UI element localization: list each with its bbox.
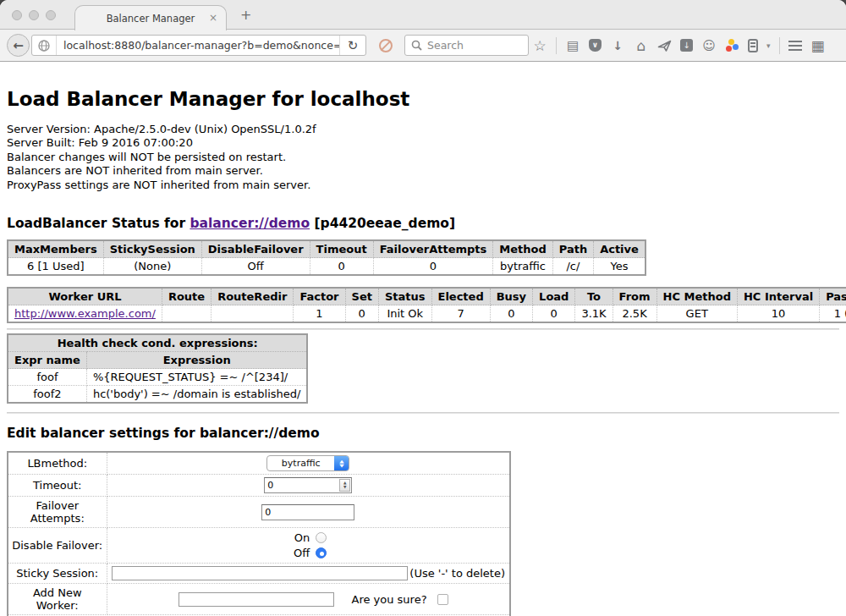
- lbmethod-cell: bytraffic ▲▼: [107, 452, 510, 475]
- balancer-link[interactable]: balancer://demo: [190, 216, 310, 231]
- add-new-worker-input[interactable]: [179, 592, 334, 607]
- data-cell: (None): [103, 258, 201, 276]
- table-header-row: Worker URL Route RouteRedir Factor Set S…: [8, 288, 846, 305]
- select-stepper-icon: ▲▼: [334, 456, 349, 470]
- tab-center-icon[interactable]: [748, 39, 758, 52]
- header-cell: HC Interval: [737, 288, 819, 305]
- data-cell: 0: [310, 258, 373, 276]
- table-row: foof %{REQUEST_STATUS} =~ /^[234]/: [8, 369, 307, 386]
- content-blocked-button[interactable]: [373, 35, 398, 56]
- data-cell: 7: [431, 305, 490, 323]
- number-spinner-icon[interactable]: ▲▼: [339, 479, 350, 492]
- data-cell: [162, 305, 211, 323]
- reading-list-icon[interactable]: ▤: [565, 38, 580, 53]
- balancer-status-table: MaxMembers StickySession DisableFailover…: [7, 239, 646, 276]
- data-cell: 3.1K: [575, 305, 613, 323]
- timeout-cell: ▲▼: [107, 475, 510, 497]
- are-you-sure-label: Are you sure?: [352, 593, 427, 606]
- chevron-down-icon[interactable]: ▾: [766, 41, 771, 50]
- header-cell: Status: [378, 288, 431, 305]
- tab-close-icon[interactable]: ×: [209, 12, 217, 24]
- table-header-row: MaxMembers StickySession DisableFailover…: [8, 240, 645, 258]
- pocket-icon[interactable]: ∨: [589, 39, 602, 52]
- new-tab-button[interactable]: +: [240, 7, 251, 23]
- menu-icon[interactable]: [788, 41, 802, 51]
- table-header-row: Expr name Expression: [8, 352, 307, 369]
- worker-url-cell: http://www.example.com/: [8, 305, 162, 323]
- header-cell: Passes: [820, 288, 846, 305]
- header-cell: Worker URL: [8, 288, 162, 305]
- section-divider: [7, 412, 839, 414]
- data-cell: Yes: [594, 258, 645, 276]
- data-cell: 0: [490, 305, 532, 323]
- search-input[interactable]: Search: [427, 39, 464, 52]
- search-bar[interactable]: Search: [404, 35, 529, 56]
- data-cell: 0: [345, 305, 378, 323]
- data-cell: 1 (0): [820, 305, 846, 323]
- grid-extension-icon[interactable]: ▦: [810, 38, 826, 53]
- status-heading-prefix: LoadBalancer Status for: [7, 216, 190, 231]
- data-cell: 0: [373, 258, 493, 276]
- bookmark-star-icon[interactable]: ☆: [532, 38, 547, 53]
- home-icon[interactable]: ⌂: [634, 38, 649, 53]
- header-cell: DisableFailover: [201, 240, 310, 258]
- close-window-button[interactable]: [12, 10, 22, 20]
- url-input[interactable]: localhost:8880/balancer-manager?b=demo&n…: [57, 39, 339, 52]
- form-row: Disable Failover: On Off: [8, 528, 510, 564]
- toolbar-divider: [779, 37, 780, 54]
- colored-dots-extension-icon[interactable]: [725, 39, 739, 52]
- header-cell: Elected: [431, 288, 490, 305]
- sticky-session-input[interactable]: [112, 566, 408, 580]
- header-cell: Expression: [86, 352, 307, 369]
- edit-settings-heading: Edit balancer settings for balancer://de…: [7, 426, 839, 441]
- worker-status-table: Worker URL Route RouteRedir Factor Set S…: [7, 287, 846, 323]
- table-row: foof2 hc('body') =~ /domain is establish…: [8, 386, 307, 404]
- server-built-line: Server Built: Feb 9 2016 07:00:20: [7, 136, 839, 150]
- radio-off[interactable]: [316, 547, 327, 558]
- add-new-worker-cell: Are you sure?: [107, 584, 510, 615]
- lbmethod-label: LBmethod:: [8, 452, 107, 475]
- title-bar: Balancer Manager × +: [0, 0, 846, 30]
- server-version-line: Server Version: Apache/2.5.0-dev (Unix) …: [7, 123, 839, 136]
- page-content: Load Balancer Manager for localhost Serv…: [0, 63, 846, 616]
- failover-attempts-label: Failover Attempts:: [8, 497, 107, 528]
- radio-off-label: Off: [289, 547, 310, 559]
- balancer-settings-form: LBmethod: bytraffic ▲▼ Timeout: ▲▼: [7, 451, 511, 616]
- sticky-session-label: Sticky Session:: [8, 564, 107, 584]
- tab-title: Balancer Manager: [107, 13, 195, 25]
- header-cell: Timeout: [310, 240, 373, 258]
- navigation-toolbar: ← localhost:8880/balancer-manager?b=demo…: [0, 30, 846, 62]
- header-cell: Factor: [294, 288, 345, 305]
- header-cell: HC Method: [656, 288, 737, 305]
- send-tab-icon[interactable]: [657, 39, 672, 52]
- lbmethod-select[interactable]: bytraffic ▲▼: [266, 455, 349, 471]
- table-header-row: Health check cond. expressions:: [8, 334, 307, 352]
- minimize-window-button[interactable]: [29, 10, 39, 20]
- downloads-icon[interactable]: ↓: [610, 38, 625, 53]
- sticky-session-cell: (Use '-' to delete): [107, 564, 510, 584]
- url-bar[interactable]: localhost:8880/balancer-manager?b=demo&n…: [31, 35, 366, 56]
- are-you-sure-checkbox[interactable]: [437, 594, 448, 605]
- sticky-session-hint: (Use '-' to delete): [409, 567, 508, 580]
- zoom-window-button[interactable]: [46, 10, 56, 20]
- form-row: Failover Attempts:: [8, 497, 510, 528]
- data-cell: Off: [201, 258, 310, 276]
- hc-table-title: Health check cond. expressions:: [8, 334, 307, 352]
- globe-icon: [38, 40, 50, 52]
- reload-icon[interactable]: ↻: [340, 38, 365, 53]
- data-cell: 0: [533, 305, 575, 323]
- data-cell: 6 [1 Used]: [8, 258, 103, 276]
- add-new-worker-label: Add New Worker:: [8, 584, 107, 615]
- back-button[interactable]: ←: [7, 34, 30, 57]
- data-cell: 2.5K: [613, 305, 656, 323]
- lbmethod-selected-value: bytraffic: [267, 458, 334, 469]
- worker-url-link[interactable]: http://www.example.com/: [14, 307, 156, 320]
- radio-on[interactable]: [316, 532, 327, 543]
- failover-attempts-input[interactable]: [261, 504, 354, 520]
- download-box-icon[interactable]: ↓: [680, 39, 693, 52]
- feedback-smiley-icon[interactable]: ☺: [701, 38, 717, 53]
- search-icon: [411, 40, 422, 51]
- header-cell: RouteRedir: [212, 288, 294, 305]
- header-cell: Busy: [490, 288, 532, 305]
- browser-tab[interactable]: Balancer Manager ×: [74, 5, 227, 30]
